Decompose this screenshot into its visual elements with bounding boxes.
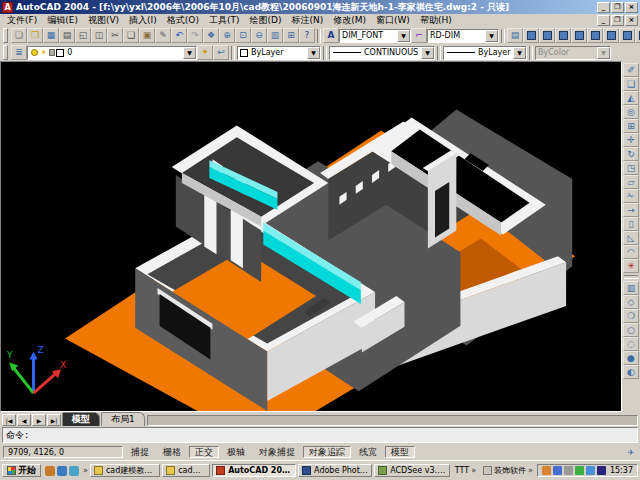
designcenter-button[interactable]: ⊞	[283, 28, 299, 43]
menu-modify[interactable]: 修改(M)	[328, 14, 371, 27]
menu-format[interactable]: 格式(O)	[162, 14, 204, 27]
menu-draw[interactable]: 绘图(D)	[244, 14, 286, 27]
desk-band[interactable]: 装饰软件 »	[481, 465, 535, 476]
move-button[interactable]: ✛	[623, 133, 639, 147]
tab-layout1[interactable]: 布局1	[101, 412, 145, 426]
layer-lock-icon[interactable]	[49, 49, 55, 56]
zoom-realtime-button[interactable]: ⊕	[219, 28, 235, 43]
top-view-button[interactable]	[523, 28, 539, 43]
doc-minimize-button[interactable]: _	[597, 15, 610, 26]
2d-wireframe-button[interactable]: ❍	[623, 309, 639, 323]
tray-icon-5[interactable]	[586, 466, 595, 475]
quicklaunch-desktop-icon[interactable]	[57, 466, 67, 476]
undo-button[interactable]: ↶	[171, 28, 187, 43]
open-file-button[interactable]: ❒	[27, 28, 43, 43]
chevron-down-icon[interactable]: ▼	[183, 47, 196, 59]
save-button[interactable]: ▦	[43, 28, 59, 43]
quicklaunch-ie-icon[interactable]	[45, 466, 55, 476]
toolbar-drag-handle[interactable]	[3, 28, 8, 43]
hidden-shade-button[interactable]: ◌	[623, 337, 639, 351]
doc-restore-button[interactable]: ❐	[611, 15, 624, 26]
chevron-down-icon[interactable]: ▼	[421, 47, 434, 59]
lineweight-toggle[interactable]: 线宽	[353, 446, 383, 458]
minimize-button[interactable]: _	[597, 2, 610, 13]
tray-icon-6[interactable]	[597, 466, 606, 475]
layer-previous-button[interactable]: ↩	[213, 45, 229, 60]
tray-icon-1[interactable]	[542, 466, 551, 475]
chevron-down-icon[interactable]: ▼	[307, 47, 320, 59]
flat-shaded-button[interactable]: ●	[623, 351, 639, 365]
horizontal-scrollbar[interactable]	[147, 415, 638, 426]
copy-button[interactable]: ❑	[123, 28, 139, 43]
menu-insert[interactable]: 插入(I)	[124, 14, 162, 27]
scale-button[interactable]: ◳	[623, 161, 639, 175]
task-photoshop[interactable]: Adobe Photo...	[298, 464, 372, 477]
se-isometric-view-button[interactable]	[635, 28, 640, 43]
extend-button[interactable]: →	[623, 203, 639, 217]
task-autocad[interactable]: AutoCAD 200...	[212, 464, 296, 477]
erase-button[interactable]: ✐	[623, 63, 639, 77]
menu-edit[interactable]: 编辑(E)	[42, 14, 83, 27]
menu-tools[interactable]: 工具(T)	[204, 14, 245, 27]
communication-center-icon[interactable]: ✈	[625, 446, 637, 458]
task-cad-folder[interactable]: cad教程	[162, 464, 210, 477]
chamfer-button[interactable]: ◺	[623, 231, 639, 245]
rotate-button[interactable]: ↻	[623, 147, 639, 161]
copy-object-button[interactable]: ❑	[623, 77, 639, 91]
cut-button[interactable]: ✂	[107, 28, 123, 43]
tab-scroll-next[interactable]: ▶	[32, 414, 46, 426]
chevron-down-icon[interactable]: ▼	[513, 47, 526, 59]
layer-combo[interactable]: ☀ 0 ▼	[27, 46, 197, 60]
paste-button[interactable]: ▣	[139, 28, 155, 43]
doc-close-button[interactable]: ×	[625, 15, 638, 26]
render-button[interactable]: ▥	[623, 281, 639, 295]
task-cad-modeling-folder[interactable]: cad建模教程...	[90, 464, 160, 477]
tab-scroll-first[interactable]: |◀	[2, 414, 16, 426]
zoom-previous-button[interactable]: ⊖	[251, 28, 267, 43]
color-control-combo[interactable]: ByLayer ▼	[237, 46, 321, 60]
layer-freeze-icon[interactable]: ☀	[40, 49, 47, 57]
quicklaunch-player-icon[interactable]	[69, 466, 79, 476]
3d-wireframe-button[interactable]: ○	[623, 323, 639, 337]
menu-file[interactable]: 文件(F)	[2, 14, 42, 27]
overflow-chevron-icon[interactable]: »	[471, 466, 476, 475]
overflow-chevron-icon[interactable]: »	[528, 466, 533, 475]
task-acdsee[interactable]: ACDSee v3.1...	[374, 464, 450, 477]
tray-icon-4[interactable]	[575, 466, 584, 475]
plot-preview-button[interactable]: ◱	[75, 28, 91, 43]
close-button[interactable]: ×	[625, 2, 638, 13]
tab-scroll-prev[interactable]: ◀	[17, 414, 31, 426]
offset-button[interactable]: ◎	[623, 105, 639, 119]
bottom-view-button[interactable]	[539, 28, 555, 43]
text-style-button[interactable]: A	[323, 28, 339, 43]
layer-on-icon[interactable]	[31, 49, 38, 56]
model-space-toggle[interactable]: 模型	[385, 446, 415, 458]
publish-button[interactable]: ◫	[91, 28, 107, 43]
back-view-button[interactable]	[603, 28, 619, 43]
match-properties-button[interactable]: ✎	[155, 28, 171, 43]
redo-button[interactable]: ↷	[187, 28, 203, 43]
hide-button[interactable]: ◇	[623, 295, 639, 309]
sw-isometric-view-button[interactable]	[619, 28, 635, 43]
right-view-button[interactable]	[571, 28, 587, 43]
lineweight-control-combo[interactable]: ByLayer ▼	[443, 46, 527, 60]
chevron-down-icon[interactable]: ▼	[397, 30, 410, 42]
start-button[interactable]: 开始	[2, 464, 41, 477]
stretch-button[interactable]: ▱	[623, 175, 639, 189]
dim-style-combo[interactable]: RD-DIM ▼	[427, 29, 499, 43]
tray-icon-3[interactable]	[564, 466, 573, 475]
snap-toggle[interactable]: 捕捉	[125, 446, 155, 458]
front-view-button[interactable]	[587, 28, 603, 43]
text-style-combo[interactable]: DIM_FONT ▼	[339, 29, 411, 43]
menu-window[interactable]: 窗口(W)	[371, 14, 415, 27]
menu-help[interactable]: 帮助(H)	[415, 14, 457, 27]
menu-view[interactable]: 视图(V)	[83, 14, 124, 27]
gouraud-shaded-button[interactable]: ◐	[623, 365, 639, 379]
ortho-toggle[interactable]: 正交	[189, 446, 219, 458]
polar-toggle[interactable]: 极轴	[221, 446, 251, 458]
left-view-button[interactable]	[555, 28, 571, 43]
tab-model[interactable]: 模型	[62, 412, 100, 426]
osnap-toggle[interactable]: 对象捕捉	[253, 446, 301, 458]
otrack-toggle[interactable]: 对象追踪	[303, 446, 351, 458]
tray-icon-2[interactable]	[553, 466, 562, 475]
